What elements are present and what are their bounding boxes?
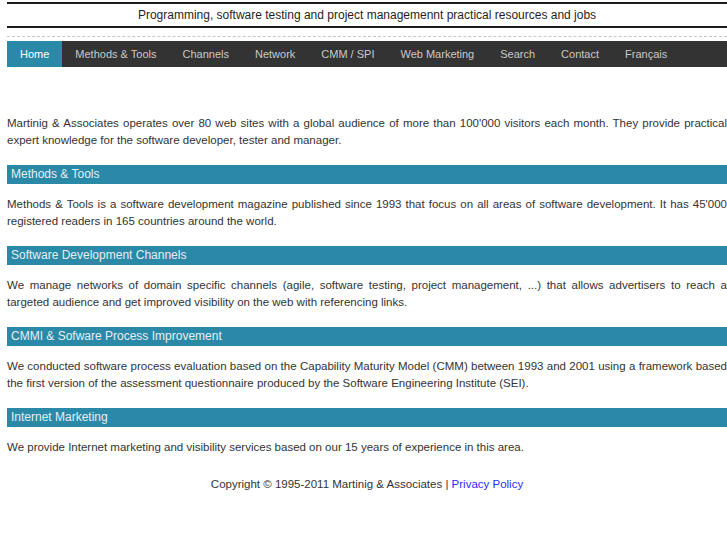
section-body-internet-marketing: We provide Internet marketing and visibi… <box>7 439 727 456</box>
intro-paragraph: Martinig & Associates operates over 80 w… <box>7 115 727 149</box>
dotted-separator <box>7 36 727 37</box>
footer: Copyright © 1995-2011 Martinig & Associa… <box>7 478 727 490</box>
nav-item-web-marketing[interactable]: Web Marketing <box>387 41 487 67</box>
section-body-methods-tools: Methods & Tools is a software developmen… <box>7 196 727 230</box>
copyright-text: Copyright © 1995-2011 Martinig & Associa… <box>211 478 449 490</box>
nav-item-francais[interactable]: Français <box>612 41 680 67</box>
banner-title: Programming, software testing and projec… <box>138 8 596 22</box>
nav-item-contact[interactable]: Contact <box>548 41 612 67</box>
main-content: Martinig & Associates operates over 80 w… <box>7 115 727 490</box>
section-heading-cmmi: CMMI & Sofware Process Improvement <box>7 327 727 346</box>
main-nav: Home Methods & Tools Channels Network CM… <box>7 41 727 67</box>
section-heading-internet-marketing: Internet Marketing <box>7 408 727 427</box>
nav-item-network[interactable]: Network <box>242 41 308 67</box>
nav-item-channels[interactable]: Channels <box>169 41 241 67</box>
privacy-policy-link[interactable]: Privacy Policy <box>452 478 524 490</box>
section-heading-channels: Software Development Channels <box>7 246 727 265</box>
section-heading-methods-tools: Methods & Tools <box>7 165 727 184</box>
section-body-cmmi: We conducted software process evaluation… <box>7 358 727 392</box>
page: Programming, software testing and projec… <box>7 2 727 490</box>
top-banner: Programming, software testing and projec… <box>7 2 727 28</box>
section-body-channels: We manage networks of domain specific ch… <box>7 277 727 311</box>
nav-item-search[interactable]: Search <box>487 41 548 67</box>
nav-item-cmm-spi[interactable]: CMM / SPI <box>308 41 387 67</box>
nav-item-home[interactable]: Home <box>7 41 62 67</box>
nav-item-methods-tools[interactable]: Methods & Tools <box>62 41 169 67</box>
